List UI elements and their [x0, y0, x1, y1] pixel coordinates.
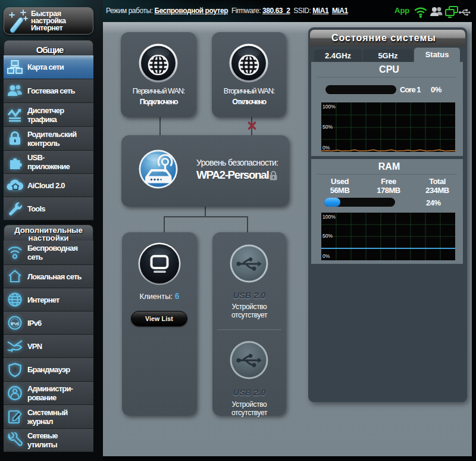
svg-text:IPv6: IPv6 — [11, 321, 20, 326]
